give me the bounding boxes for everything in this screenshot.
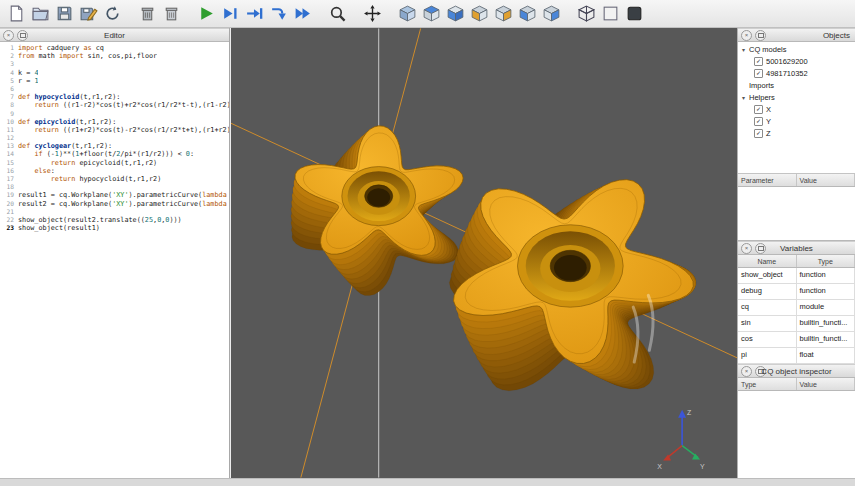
3d-viewport[interactable]: X Y Z: [231, 28, 737, 478]
editor-panel: Editor 1import cadquery as cq2from math …: [0, 28, 230, 478]
code-line: 19result1 = cq.Workplane('XY').parametri…: [0, 191, 229, 199]
variable-name-cell: show_object: [738, 268, 797, 283]
code-text: else:: [18, 167, 55, 175]
line-number: 3: [0, 60, 14, 68]
editor-titlebar: Editor: [0, 28, 229, 42]
autoreload-button[interactable]: [100, 2, 124, 26]
delete-all-objects-button[interactable]: [159, 2, 183, 26]
main-toolbar: [0, 0, 855, 28]
variable-row[interactable]: show_objectfunction: [738, 268, 855, 284]
float-icon[interactable]: [755, 243, 766, 254]
step-in-button[interactable]: [266, 2, 290, 26]
close-icon[interactable]: [741, 243, 752, 254]
shaded-view-button[interactable]: [598, 2, 622, 26]
checkbox[interactable]: ✓: [754, 105, 763, 114]
code-text: r = 1: [18, 77, 38, 85]
fit-view-icon: [363, 4, 382, 23]
view-right-button[interactable]: [539, 2, 563, 26]
line-number: 11: [0, 126, 14, 134]
view-iso-icon: [398, 4, 417, 23]
window-bottom-edge: [0, 478, 855, 486]
name-column-header[interactable]: Name: [738, 255, 797, 267]
variable-row[interactable]: cosbuiltin_functi...: [738, 332, 855, 348]
checkbox[interactable]: ✓: [754, 69, 763, 78]
triad-x-label: X: [657, 463, 662, 470]
tree-item-z[interactable]: ✓Z: [738, 127, 855, 139]
editor-title: Editor: [0, 31, 229, 40]
type-column-header[interactable]: Type: [797, 255, 855, 267]
save-button[interactable]: [52, 2, 76, 26]
delete-all-objects-icon: [162, 4, 181, 23]
variable-row[interactable]: sinbuiltin_functi...: [738, 316, 855, 332]
code-line: 20result2 = cq.Workplane('XY').parametri…: [0, 200, 229, 208]
step-button[interactable]: [242, 2, 266, 26]
parameter-column-header[interactable]: Parameter: [738, 174, 797, 186]
shaded-view-icon: [601, 4, 620, 23]
line-number: 23: [0, 224, 14, 232]
type-column-header[interactable]: Type: [738, 378, 797, 390]
wireframe-view-button[interactable]: [574, 2, 598, 26]
render-button[interactable]: [194, 2, 218, 26]
tree-item-5001629200[interactable]: ✓5001629200: [738, 55, 855, 67]
code-text: def epicycloid(t,r1,r2):: [18, 118, 116, 126]
float-icon[interactable]: [17, 30, 28, 41]
variable-row[interactable]: pifloat: [738, 348, 855, 364]
close-icon[interactable]: [3, 30, 14, 41]
code-line: 5r = 1: [0, 77, 229, 85]
tree-item-imports[interactable]: Imports: [738, 79, 855, 91]
view-left-button[interactable]: [515, 2, 539, 26]
code-editor[interactable]: 1import cadquery as cq2from math import …: [0, 42, 229, 478]
new-button[interactable]: [4, 2, 28, 26]
orientation-triad: X Y Z: [657, 409, 705, 470]
variable-row[interactable]: debugfunction: [738, 284, 855, 300]
tree-item-label: Helpers: [749, 93, 775, 102]
debug-button[interactable]: [218, 2, 242, 26]
line-number: 5: [0, 77, 14, 85]
checkbox[interactable]: ✓: [754, 57, 763, 66]
view-top-button[interactable]: [419, 2, 443, 26]
new-icon: [7, 4, 26, 23]
view-top-icon: [422, 4, 441, 23]
save-as-button[interactable]: [76, 2, 100, 26]
fit-view-button[interactable]: [360, 2, 384, 26]
close-icon[interactable]: [741, 366, 752, 377]
line-number: 6: [0, 85, 14, 93]
view-front-button[interactable]: [467, 2, 491, 26]
continue-button[interactable]: [290, 2, 314, 26]
triad-z-arrow-icon: [678, 410, 686, 418]
continue-icon: [293, 4, 312, 23]
variable-name-cell: sin: [738, 316, 797, 331]
variables-titlebar: Variables: [738, 241, 855, 255]
tree-item-x[interactable]: ✓X: [738, 103, 855, 115]
expander-icon[interactable]: ▾: [742, 94, 749, 101]
checkbox[interactable]: ✓: [754, 129, 763, 138]
value-column-header[interactable]: Value: [797, 378, 855, 390]
gear-object-1[interactable]: [291, 126, 463, 296]
open-button[interactable]: [28, 2, 52, 26]
tree-item-4981710352[interactable]: ✓4981710352: [738, 67, 855, 79]
float-icon[interactable]: [755, 366, 766, 377]
tree-item-cq-models[interactable]: ▾CQ models: [738, 43, 855, 55]
line-number: 4: [0, 69, 14, 77]
value-column-header[interactable]: Value: [797, 174, 855, 186]
float-icon[interactable]: [755, 30, 766, 41]
delete-object-button[interactable]: [135, 2, 159, 26]
tree-item-y[interactable]: ✓Y: [738, 115, 855, 127]
view-back-button[interactable]: [491, 2, 515, 26]
code-text: show_object(result2.translate((25,0,0))): [18, 216, 182, 224]
checkbox[interactable]: ✓: [754, 117, 763, 126]
variable-type-cell: module: [797, 300, 855, 315]
tree-item-helpers[interactable]: ▾Helpers: [738, 91, 855, 103]
expander-icon[interactable]: ▾: [742, 46, 749, 53]
line-number: 20: [0, 200, 14, 208]
code-line: 7def hypocycloid(t,r1,r2):: [0, 93, 229, 101]
screenshot-button[interactable]: [622, 2, 646, 26]
gear-object-2[interactable]: [449, 180, 696, 391]
gear-bore: [367, 188, 390, 206]
zoom-button[interactable]: [325, 2, 349, 26]
variable-row[interactable]: cqmodule: [738, 300, 855, 316]
view-bottom-button[interactable]: [443, 2, 467, 26]
parameter-table-header: Parameter Value: [738, 174, 855, 187]
view-iso-button[interactable]: [395, 2, 419, 26]
close-icon[interactable]: [741, 30, 752, 41]
